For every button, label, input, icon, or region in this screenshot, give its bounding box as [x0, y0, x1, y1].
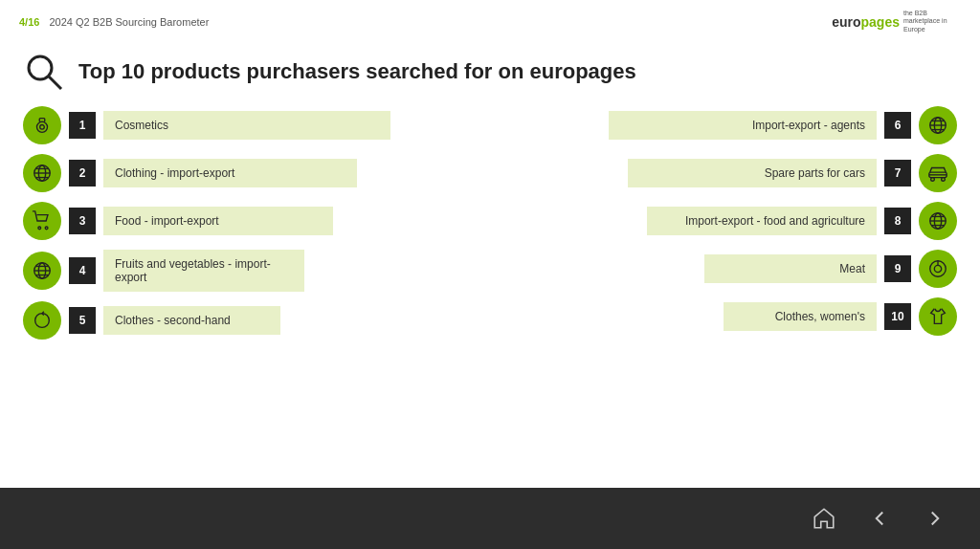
rank-badge: 10	[884, 303, 911, 330]
right-column: Import-export - agents 6 Spare parts for…	[500, 106, 957, 340]
item-icon	[919, 250, 957, 288]
item-icon	[23, 252, 61, 290]
left-list-item: 4 Fruits and vegetables - import-export	[23, 250, 480, 292]
item-label: Cosmetics	[103, 111, 390, 140]
item-icon	[919, 106, 957, 144]
next-button[interactable]	[919, 502, 951, 535]
rank-badge: 9	[884, 255, 911, 282]
right-list-item: Import-export - agents 6	[500, 106, 957, 144]
svg-point-25	[942, 178, 946, 182]
header: 4/16 2024 Q2 B2B Sourcing Barometer euro…	[0, 0, 980, 39]
item-label: Meat	[704, 254, 877, 283]
rank-badge: 6	[884, 112, 911, 139]
rank-badge: 8	[884, 208, 911, 234]
header-left: 4/16 2024 Q2 B2B Sourcing Barometer	[19, 16, 209, 28]
prev-button[interactable]	[863, 502, 896, 535]
right-list-item: Import-export - food and agriculture 8	[500, 202, 957, 240]
left-list-item: 5 Clothes - second-hand	[23, 301, 480, 340]
content-area: 1 Cosmetics 2 Clothing - import-export 3…	[0, 102, 980, 340]
svg-rect-3	[39, 119, 45, 122]
item-label: Clothes - second-hand	[103, 306, 280, 335]
search-icon	[23, 51, 65, 93]
item-label: Clothes, women's	[724, 302, 877, 331]
rank-badge: 5	[69, 307, 96, 334]
title-section: Top 10 products purchasers searched for …	[0, 39, 980, 102]
item-label: Clothing - import-export	[103, 159, 357, 187]
svg-point-5	[40, 125, 45, 130]
svg-point-11	[38, 227, 41, 230]
item-icon	[23, 202, 61, 240]
item-icon	[23, 301, 61, 340]
item-label: Food - import-export	[103, 207, 333, 235]
page-title: Top 10 products purchasers searched for …	[78, 59, 636, 84]
item-icon	[919, 154, 957, 192]
rank-badge: 7	[884, 160, 911, 187]
svg-point-0	[29, 56, 52, 79]
logo-tagline: the B2B marketplace in Europe	[903, 10, 961, 33]
rank-badge: 3	[69, 208, 96, 234]
item-label: Import-export - agents	[609, 111, 877, 140]
logo-euro: europages	[832, 13, 900, 31]
page-number: 4/16	[19, 16, 39, 28]
logo: europages the B2B marketplace in Europe	[832, 10, 961, 33]
item-icon	[23, 154, 61, 192]
rank-badge: 4	[69, 257, 96, 284]
left-column: 1 Cosmetics 2 Clothing - import-export 3…	[23, 106, 480, 340]
item-icon	[23, 106, 61, 144]
right-list-item: Clothes, women's 10	[500, 297, 957, 336]
left-list-item: 2 Clothing - import-export	[23, 154, 480, 192]
left-list-item: 1 Cosmetics	[23, 106, 480, 144]
right-list-item: Spare parts for cars 7	[500, 154, 957, 192]
rank-badge: 1	[69, 112, 96, 139]
svg-point-12	[45, 227, 48, 230]
item-label: Fruits and vegetables - import-export	[103, 250, 304, 292]
svg-point-2	[37, 122, 48, 133]
right-list-item: Meat 9	[500, 250, 957, 288]
item-label: Spare parts for cars	[628, 159, 877, 187]
home-button[interactable]	[808, 502, 840, 535]
item-icon	[919, 297, 957, 336]
item-icon	[919, 202, 957, 240]
svg-point-24	[931, 178, 935, 182]
left-list-item: 3 Food - import-export	[23, 202, 480, 240]
footer	[0, 488, 980, 549]
item-label: Import-export - food and agriculture	[647, 207, 877, 235]
report-title: 2024 Q2 B2B Sourcing Barometer	[49, 16, 209, 28]
rank-badge: 2	[69, 160, 96, 187]
svg-line-1	[49, 77, 61, 89]
